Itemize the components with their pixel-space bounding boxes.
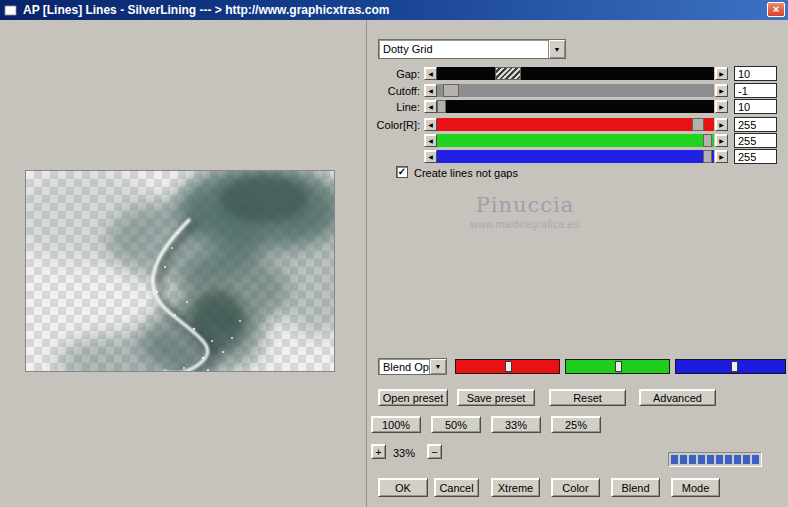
slider-thumb[interactable] <box>703 150 712 163</box>
watermark: Pinuccia www.maidiregrafica.eu <box>430 193 620 230</box>
save-preset-button[interactable]: Save preset <box>457 389 535 406</box>
zoom-100-button[interactable]: 100% <box>371 416 421 433</box>
line-decrement-button[interactable]: ◀ <box>424 100 437 113</box>
window-title: AP [Lines] Lines - SilverLining --- > ht… <box>23 3 389 17</box>
zoom-decrease-button[interactable]: − <box>427 444 442 459</box>
color-g-value-input[interactable]: 255 <box>734 133 777 148</box>
blend-meter <box>668 452 762 467</box>
cutoff-decrement-button[interactable]: ◀ <box>424 84 437 97</box>
blend-button[interactable]: Blend <box>611 478 660 497</box>
create-lines-checkbox[interactable]: ✓ <box>396 166 408 178</box>
green-channel-slider[interactable] <box>565 359 670 374</box>
ok-button[interactable]: OK <box>378 478 428 497</box>
cutoff-increment-button[interactable]: ▶ <box>715 84 728 97</box>
zoom-50-button[interactable]: 50% <box>431 416 481 433</box>
mode-button[interactable]: Mode <box>671 478 720 497</box>
slider-thumb[interactable] <box>437 100 446 113</box>
left-arrow-icon: ◀ <box>428 70 433 77</box>
gap-increment-button[interactable]: ▶ <box>715 67 728 80</box>
slider-track[interactable] <box>437 84 714 97</box>
right-arrow-icon: ▶ <box>719 103 724 110</box>
app-icon <box>4 5 17 16</box>
color-g-increment-button[interactable]: ▶ <box>715 134 728 147</box>
panel-divider <box>366 20 367 507</box>
preview-image <box>25 170 335 372</box>
open-preset-button[interactable]: Open preset <box>378 389 448 406</box>
color-r-label: Color[R]: <box>372 119 420 131</box>
gap-decrement-button[interactable]: ◀ <box>424 67 437 80</box>
slider-row-cutoff: Cutoff: ◀ ▶ -1 <box>372 84 777 98</box>
blue-channel-slider[interactable] <box>675 359 786 374</box>
slider-row-gap: Gap: ◀ ▶ 10 <box>372 67 777 81</box>
blend-options-value: Blend Optio <box>379 361 429 373</box>
watermark-name: Pinuccia <box>430 193 620 217</box>
create-lines-checkbox-label: Create lines not gaps <box>414 167 518 179</box>
color-r-decrement-button[interactable]: ◀ <box>424 118 437 131</box>
slider-row-line: Line: ◀ ▶ 10 <box>372 100 777 114</box>
slider-thumb[interactable] <box>692 118 704 131</box>
color-b-value-input[interactable]: 255 <box>734 149 777 164</box>
zoom-increase-button[interactable]: + <box>371 444 386 459</box>
close-button[interactable]: × <box>767 2 785 17</box>
cutoff-value-input[interactable]: -1 <box>734 83 777 98</box>
chevron-down-icon[interactable]: ▼ <box>548 40 565 58</box>
color-r-value-input[interactable]: 255 <box>734 117 777 132</box>
right-arrow-icon: ▶ <box>719 70 724 77</box>
left-arrow-icon: ◀ <box>428 153 433 160</box>
red-channel-thumb[interactable] <box>505 361 512 372</box>
color-g-decrement-button[interactable]: ◀ <box>424 134 437 147</box>
right-arrow-icon: ▶ <box>719 153 724 160</box>
smoke-artwork <box>26 171 335 372</box>
pattern-preset-dropdown[interactable]: Dotty Grid ▼ <box>378 39 566 59</box>
blend-options-dropdown[interactable]: Blend Optio ▼ <box>378 358 447 375</box>
line-value-input[interactable]: 10 <box>734 99 777 114</box>
slider-track[interactable] <box>437 150 714 163</box>
green-channel-thumb[interactable] <box>615 361 622 372</box>
slider-thumb[interactable] <box>495 67 521 80</box>
advanced-button[interactable]: Advanced <box>639 389 716 406</box>
zoom-level-label: 33% <box>393 447 425 459</box>
left-arrow-icon: ◀ <box>428 137 433 144</box>
slider-track[interactable] <box>437 100 714 113</box>
title-bar[interactable]: AP [Lines] Lines - SilverLining --- > ht… <box>0 0 788 20</box>
blue-channel-thumb[interactable] <box>731 361 738 372</box>
color-r-increment-button[interactable]: ▶ <box>715 118 728 131</box>
gap-value-input[interactable]: 10 <box>734 66 777 81</box>
plugin-dialog: AP [Lines] Lines - SilverLining --- > ht… <box>0 0 788 507</box>
zoom-25-button[interactable]: 25% <box>551 416 601 433</box>
left-arrow-icon: ◀ <box>428 103 433 110</box>
line-increment-button[interactable]: ▶ <box>715 100 728 113</box>
chevron-down-icon[interactable]: ▼ <box>429 359 446 374</box>
slider-track[interactable] <box>437 118 714 131</box>
red-channel-slider[interactable] <box>455 359 560 374</box>
right-arrow-icon: ▶ <box>719 137 724 144</box>
right-arrow-icon: ▶ <box>719 87 724 94</box>
cancel-button[interactable]: Cancel <box>434 478 479 497</box>
pattern-preset-value: Dotty Grid <box>379 43 548 55</box>
watermark-url: www.maidiregrafica.eu <box>430 219 620 230</box>
cutoff-label: Cutoff: <box>372 85 420 97</box>
xtreme-button[interactable]: Xtreme <box>491 478 540 497</box>
line-label: Line: <box>372 101 420 113</box>
zoom-33-button[interactable]: 33% <box>491 416 541 433</box>
color-button[interactable]: Color <box>551 478 600 497</box>
reset-button[interactable]: Reset <box>549 389 626 406</box>
slider-track[interactable] <box>437 134 714 147</box>
slider-thumb[interactable] <box>443 84 459 97</box>
color-b-increment-button[interactable]: ▶ <box>715 150 728 163</box>
right-arrow-icon: ▶ <box>719 121 724 128</box>
color-b-decrement-button[interactable]: ◀ <box>424 150 437 163</box>
slider-row-color-g: ◀ ▶ 255 <box>372 134 777 148</box>
slider-thumb[interactable] <box>703 134 712 147</box>
slider-row-color-r: Color[R]: ◀ ▶ 255 <box>372 118 777 132</box>
slider-row-color-b: ◀ ▶ 255 <box>372 150 777 164</box>
left-arrow-icon: ◀ <box>428 121 433 128</box>
slider-track[interactable] <box>437 67 714 80</box>
left-arrow-icon: ◀ <box>428 87 433 94</box>
gap-label: Gap: <box>372 68 420 80</box>
